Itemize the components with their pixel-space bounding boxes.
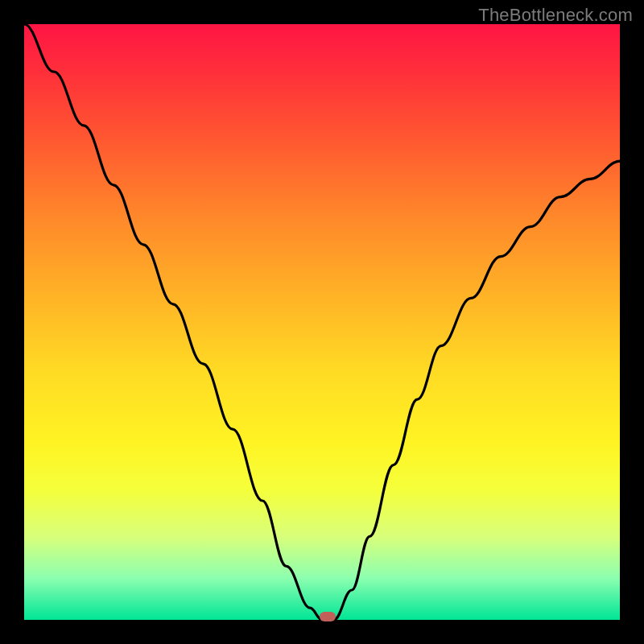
- plot-area: [24, 24, 620, 620]
- bottleneck-curve: [24, 24, 620, 620]
- watermark-text: TheBottleneck.com: [478, 5, 633, 26]
- optimal-point-marker: [320, 612, 336, 621]
- chart-frame: TheBottleneck.com: [0, 0, 644, 644]
